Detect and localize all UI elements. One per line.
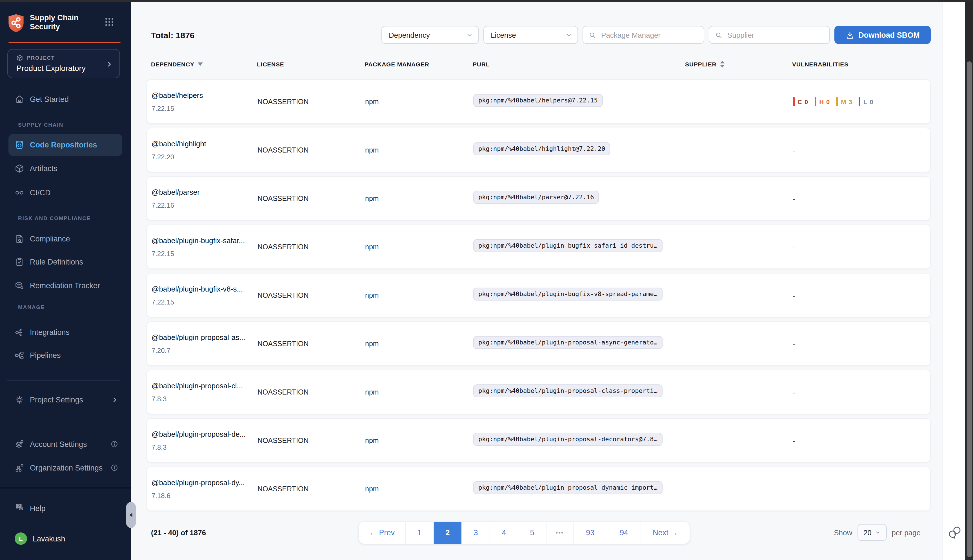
layers-gear-icon	[15, 439, 24, 449]
vulnerabilities-cell: -	[793, 193, 930, 203]
sort-both-icon	[720, 61, 724, 68]
sidebar-item-cicd[interactable]: CI/CD	[15, 185, 118, 200]
page-93-button[interactable]: 93	[573, 522, 607, 544]
high-bar	[814, 97, 816, 106]
vulnerabilities-empty: -	[793, 485, 795, 493]
vulnerabilities-cell: -	[793, 242, 930, 252]
vulnerabilities-cell: -	[793, 435, 930, 445]
vulnerabilities-empty: -	[793, 388, 795, 397]
license-value: NOASSERTION	[257, 243, 365, 251]
page-5-button[interactable]: 5	[518, 522, 547, 544]
package-manager-input[interactable]	[600, 30, 698, 40]
dependency-filter-label: Dependency	[389, 31, 430, 39]
package-manager-search	[583, 26, 704, 44]
column-header-dependency[interactable]: DEPENDENCY	[151, 61, 257, 68]
vulnerabilities-empty: -	[793, 437, 795, 445]
dependency-version: 7.20.7	[152, 347, 257, 354]
dependency-version: 7.22.20	[152, 153, 257, 161]
table-row[interactable]: @babel/plugin-proposal-cl... 7.8.3 NOASS…	[147, 370, 931, 414]
sidebar-item-label: CI/CD	[30, 188, 51, 197]
sidebar-item-project-settings[interactable]: Project Settings	[15, 392, 118, 407]
page-2-button[interactable]: 2	[434, 522, 462, 544]
sidebar-item-rule-definitions[interactable]: Rule Definitions	[15, 254, 118, 270]
org-chart-gear-icon	[15, 463, 24, 472]
sidebar-item-code-repositories[interactable]: Code Repositories	[8, 134, 122, 156]
license-value: NOASSERTION	[257, 98, 365, 105]
table-row[interactable]: @babel/plugin-proposal-as... 7.20.7 NOAS…	[147, 322, 931, 366]
column-header-license: LICENSE	[257, 61, 364, 68]
vulnerabilities-empty: -	[793, 340, 795, 348]
table-row[interactable]: @babel/plugin-proposal-dy... 7.18.6 NOAS…	[147, 467, 931, 511]
table-row[interactable]: @babel/plugin-bugfix-safar... 7.22.15 NO…	[147, 225, 931, 269]
brand: Supply Chain Security	[7, 13, 79, 33]
dependency-version: 7.22.16	[152, 201, 257, 209]
column-header-supplier[interactable]: SUPPLIER	[685, 61, 792, 68]
sidebar-item-remediation-tracker[interactable]: Remediation Tracker	[15, 277, 118, 293]
info-icon[interactable]	[110, 440, 118, 448]
project-selector[interactable]: PROJECT Product Exploratory	[7, 49, 120, 78]
page-next-button[interactable]: Next →	[641, 522, 690, 544]
medium-bar	[836, 97, 838, 106]
sidebar-item-organization-settings[interactable]: Organization Settings	[15, 460, 118, 476]
supplier-input[interactable]	[726, 30, 824, 40]
page-size-value: 20	[863, 528, 872, 537]
cube-icon	[15, 163, 24, 173]
brand-shield-icon	[7, 13, 25, 33]
dependency-filter-select[interactable]: Dependency	[381, 26, 479, 44]
page-94-button[interactable]: 94	[607, 522, 641, 544]
project-label: PROJECT	[27, 55, 55, 61]
table-row[interactable]: @babel/plugin-bugfix-v8-s... 7.22.15 NOA…	[147, 273, 931, 317]
license-filter-select[interactable]: License	[483, 26, 578, 44]
page-4-button[interactable]: 4	[490, 522, 518, 544]
dependency-name: @babel/plugin-bugfix-v8-s...	[152, 285, 257, 293]
vulnerability-badges: C0 H0 M3 L0	[793, 97, 930, 106]
page-dots-button[interactable]: •••	[547, 522, 573, 544]
table-row[interactable]: @babel/parser 7.22.16 NOASSERTION npm pk…	[147, 176, 931, 221]
scrollbar-thumb[interactable]	[966, 62, 971, 557]
column-header-package-manager: PACKAGE MANAGER	[364, 61, 473, 68]
sidebar-collapse-handle[interactable]	[126, 502, 136, 528]
download-sbom-button[interactable]: Download SBOM	[834, 26, 931, 44]
sidebar-footer: ? Help L Lavakush	[0, 487, 131, 560]
column-header-vulnerabilities: VULNERABILITIES	[792, 61, 931, 68]
table-row[interactable]: @babel/helpers 7.22.15 NOASSERTION npm p…	[147, 79, 931, 124]
package-manager-value: npm	[365, 485, 473, 493]
page-3-button[interactable]: 3	[462, 522, 490, 544]
section-manage: MANAGE	[18, 304, 45, 311]
project-name: Product Exploratory	[16, 63, 119, 73]
low-count: 0	[869, 98, 873, 105]
scrollbar[interactable]	[965, 2, 973, 560]
dependency-name: @babel/plugin-proposal-de...	[152, 430, 257, 438]
sidebar-item-help[interactable]: ? Help	[15, 500, 46, 516]
user-menu[interactable]: L Lavakush	[15, 531, 65, 547]
sidebar-item-compliance[interactable]: Compliance	[15, 231, 118, 247]
page-prev-button[interactable]: ← Prev	[359, 522, 406, 544]
sidebar-item-account-settings[interactable]: Account Settings	[15, 436, 118, 452]
sidebar-item-integrations[interactable]: Integrations	[15, 324, 118, 340]
pipeline-icon	[15, 350, 24, 360]
apps-grid-icon[interactable]	[104, 17, 114, 27]
sidebar-item-artifacts[interactable]: Artifacts	[15, 160, 118, 176]
package-manager-value: npm	[365, 340, 473, 348]
sidebar-item-get-started[interactable]: Get Started	[15, 91, 118, 107]
sidebar-item-label: Integrations	[30, 328, 70, 336]
sidebar-item-label: Pipelines	[30, 351, 61, 359]
table-row[interactable]: @babel/plugin-proposal-de... 7.8.3 NOASS…	[147, 418, 931, 463]
sidebar-divider	[7, 380, 120, 381]
license-filter-label: License	[491, 31, 516, 39]
dependency-name: @babel/plugin-proposal-as...	[152, 333, 257, 342]
table-row[interactable]: @babel/highlight 7.22.20 NOASSERTION npm…	[147, 128, 931, 172]
license-value: NOASSERTION	[257, 485, 365, 493]
page-1-button[interactable]: 1	[406, 522, 434, 544]
purl-chip: pkg:npm/%40babel/highlight@7.22.20	[473, 142, 610, 155]
page-size-select[interactable]: 20	[857, 524, 886, 541]
dependency-version: 7.8.3	[152, 443, 257, 451]
download-sbom-label: Download SBOM	[858, 31, 920, 39]
vulnerabilities-cell: C0 H0 M3 L0	[793, 97, 930, 106]
sidebar-item-pipelines[interactable]: Pipelines	[15, 347, 118, 363]
dependency-name: @babel/plugin-proposal-dy...	[152, 478, 257, 487]
sidebar-item-label: Account Settings	[30, 440, 87, 448]
info-icon[interactable]	[110, 464, 118, 472]
right-gutter	[943, 2, 965, 560]
chat-launcher-icon[interactable]	[947, 526, 961, 542]
